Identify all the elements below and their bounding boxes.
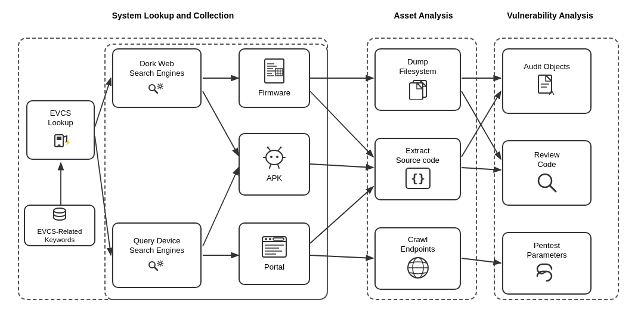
database-icon [51,206,68,225]
dump-filesystem-label: DumpFilesystem [399,57,436,76]
svg-text:{}: {} [411,171,425,185]
svg-point-22 [266,150,283,165]
evcs-lookup-node: EVCSLookup ⚡ [26,100,95,160]
portal-label: Portal [264,262,284,272]
svg-line-31 [270,165,271,168]
evcs-lookup-label: EVCSLookup [48,109,73,127]
audit-objects-node: Audit Objects [502,48,592,114]
review-code-label: ReviewCode [534,150,560,169]
vulnerability-analysis-title: Vulnerability Analysis [501,10,599,21]
dump-filesystem-icon [406,78,430,101]
apk-label: APK [267,174,282,183]
crawl-endpoints-label: CrawlEndpoints [401,235,435,253]
svg-point-9 [159,262,162,264]
svg-point-23 [270,156,273,158]
asset-analysis-title: Asset Analysis [376,10,471,21]
pentest-params-icon [535,262,559,285]
svg-point-24 [276,156,278,158]
firmware-icon [262,58,286,86]
dump-filesystem-node: DumpFilesystem [374,48,461,111]
svg-line-53 [550,185,556,191]
apk-icon [261,146,287,171]
svg-text:⚡: ⚡ [64,139,70,146]
audit-objects-label: Audit Objects [524,62,569,72]
diagram: System Lookup and Collection Asset Analy… [12,8,632,324]
query-device-icon [146,258,168,274]
system-lookup-title: System Lookup and Collection [110,10,236,21]
portal-icon [261,236,287,260]
svg-rect-37 [273,238,284,240]
firmware-label: Firmware [258,88,290,98]
audit-objects-icon [536,74,558,100]
crawl-endpoints-icon [406,256,430,281]
evcs-keywords-node: EVCS-RelatedKeywords [24,205,95,246]
extract-source-node: ExtractSource code {} [374,138,461,200]
svg-point-36 [269,238,271,240]
svg-line-32 [278,165,279,168]
svg-rect-2 [57,137,61,140]
pentest-params-label: PentestParameters [527,241,566,259]
dork-web-node: Dork WebSearch Engines [112,48,202,108]
portal-node: Portal [239,222,310,285]
svg-point-27 [267,146,269,148]
evcs-icon: ⚡ [51,130,70,151]
evcs-keywords-label: EVCS-RelatedKeywords [38,228,82,245]
svg-point-7 [159,85,162,87]
query-device-label: Query DeviceSearch Engines [129,236,184,255]
svg-rect-17 [275,69,283,76]
dork-web-icon [146,81,168,97]
review-code-node: ReviewCode [502,140,592,206]
pentest-params-node: PentestParameters [502,232,592,295]
source-code-icon: {} [405,167,431,191]
svg-point-35 [265,238,267,240]
apk-node: APK [239,133,310,196]
svg-rect-43 [410,83,423,100]
svg-point-28 [280,146,282,148]
extract-source-label: ExtractSource code [396,146,439,165]
firmware-node: Firmware [239,48,310,108]
dork-web-label: Dork WebSearch Engines [129,59,184,78]
crawl-endpoints-node: CrawlEndpoints [374,227,461,290]
review-code-icon [536,172,558,195]
query-device-node: Query DeviceSearch Engines [112,222,202,288]
svg-point-0 [54,208,66,213]
